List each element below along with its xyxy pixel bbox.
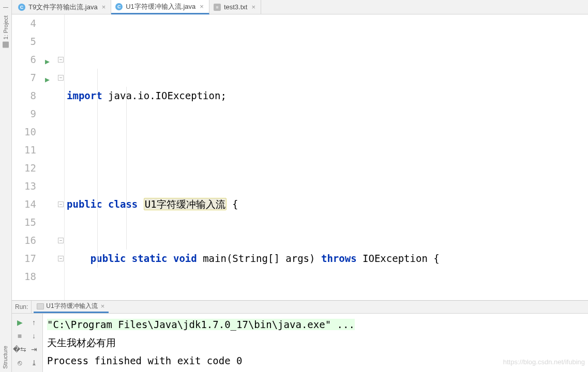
fold-toggle-icon[interactable]: − — [58, 57, 64, 63]
fold-toggle-icon[interactable]: − — [58, 202, 64, 207]
soft-wrap-button[interactable]: ⇥ — [28, 344, 40, 355]
fold-toggle-icon[interactable]: − — [58, 75, 64, 81]
collapse-icon[interactable]: — — [1, 2, 10, 11]
layout-button[interactable]: �⇆ — [14, 344, 25, 355]
run-gutter-icon[interactable]: ▶ — [45, 71, 50, 89]
stdout-line: 天生我材必有用 — [47, 337, 116, 348]
tab-label: test3.txt — [224, 3, 248, 11]
fold-gutter: − − − − − — [57, 14, 65, 300]
text-file-icon: ≡ — [214, 4, 221, 11]
code-content[interactable]: import java.io.IOException; public class… — [65, 14, 588, 300]
run-gutter-icon[interactable]: ▶ — [45, 53, 50, 71]
tab-t9-file[interactable]: C T9文件字符输出流.java × — [14, 0, 111, 14]
left-tool-sidebar: — 1: Project Structure — [0, 0, 12, 372]
run-config-tab[interactable]: U1字符缓冲输入流 × — [34, 301, 109, 313]
down-button[interactable]: ↓ — [28, 330, 40, 342]
tab-u1-file[interactable]: C U1字符缓冲输入流.java × — [111, 0, 209, 14]
run-tab-label: U1字符缓冲输入流 — [46, 302, 97, 311]
tab-label: T9文件字符输出流.java — [28, 3, 98, 12]
run-tool-window: Run: U1字符缓冲输入流 × ▶ ↑ ■ ↓ �⇆ ⇥ ⎋ ⤓ — [12, 300, 588, 372]
application-icon — [37, 303, 44, 309]
close-icon[interactable]: × — [250, 3, 257, 11]
run-marker-gutter: ▶ ▶ — [44, 14, 57, 300]
line-number-gutter: 4 5 6 7 8 9 10 11 12 13 14 15 16 17 18 — [12, 14, 44, 300]
close-icon[interactable]: × — [199, 3, 205, 10]
close-icon[interactable]: × — [101, 3, 107, 11]
editor-tabs: C T9文件字符输出流.java × C U1字符缓冲输入流.java × ≡ … — [12, 0, 588, 14]
watermark-text: https://blog.csdn.net/ifubing — [503, 353, 585, 371]
java-class-icon: C — [18, 4, 25, 11]
rerun-button[interactable]: ▶ — [14, 317, 25, 328]
tab-label: U1字符缓冲输入流.java — [126, 2, 195, 11]
exit-button[interactable]: ⎋ — [14, 357, 25, 368]
fold-toggle-icon[interactable]: − — [58, 238, 64, 243]
command-line: "C:\Program Files\Java\jdk1.7.0_17\bin\j… — [47, 319, 355, 330]
scroll-to-end-button[interactable]: ⤓ — [28, 357, 40, 368]
stop-button[interactable]: ■ — [14, 330, 25, 342]
process-exit-line: Process finished with exit code 0 — [47, 355, 243, 366]
structure-tool-button[interactable]: Structure — [2, 346, 8, 369]
java-class-icon: C — [115, 3, 123, 10]
up-button[interactable]: ↑ — [28, 317, 40, 328]
console-output[interactable]: "C:\Program Files\Java\jdk1.7.0_17\bin\j… — [43, 314, 588, 372]
project-tool-button[interactable]: 1: Project — [3, 16, 9, 48]
code-editor[interactable]: 4 5 6 7 8 9 10 11 12 13 14 15 16 17 18 ▶… — [12, 14, 588, 300]
fold-toggle-icon[interactable]: − — [58, 256, 64, 261]
run-panel-title: Run: — [15, 301, 32, 313]
tab-test3-txt[interactable]: ≡ test3.txt × — [209, 0, 261, 14]
close-icon[interactable]: × — [100, 302, 106, 310]
run-toolbar: ▶ ↑ ■ ↓ �⇆ ⇥ ⎋ ⤓ — [12, 314, 43, 372]
